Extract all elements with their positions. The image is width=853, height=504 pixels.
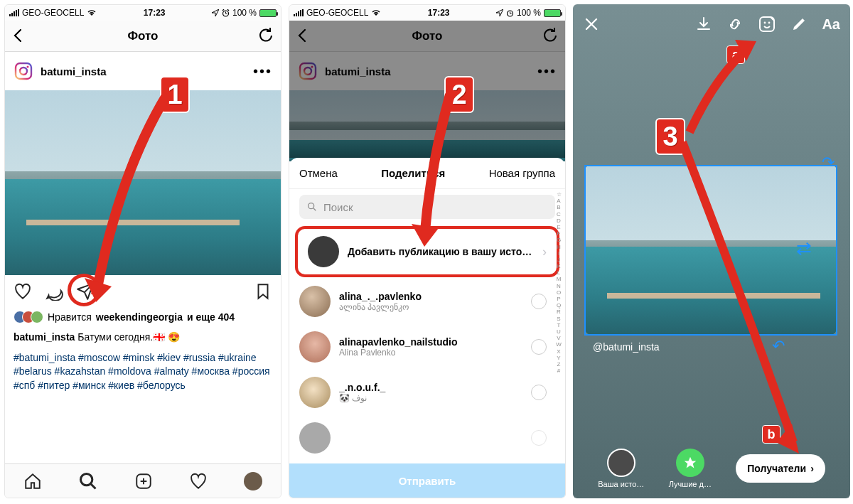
back-icon[interactable] xyxy=(11,28,26,43)
status-bar: GEO-GEOCELL 17:23 100 % xyxy=(5,5,281,21)
post-caption: batumi_insta Батуми сегодня.🇬🇪 😍 xyxy=(5,326,281,348)
add-to-story-label: Добавить публикацию в вашу исто… xyxy=(348,246,534,257)
contact-sub: 🐼 نوف xyxy=(339,393,522,403)
dim-overlay[interactable] xyxy=(289,21,565,158)
annotation-resize-arrow: ↷ xyxy=(822,154,835,172)
wifi-icon xyxy=(87,9,97,16)
page-title: Фото xyxy=(128,29,159,43)
like-icon[interactable] xyxy=(14,282,32,301)
cancel-button[interactable]: Отмена xyxy=(299,167,338,179)
new-group-button[interactable]: Новая группа xyxy=(489,167,555,179)
text-tool[interactable]: Aa xyxy=(822,16,840,33)
contact-row[interactable] xyxy=(289,415,565,461)
screen-1-post: GEO-GEOCELL 17:23 100 % Фото xyxy=(4,4,281,498)
svg-point-7 xyxy=(20,68,27,75)
tab-home-icon[interactable] xyxy=(23,472,42,490)
search-row: Поиск xyxy=(289,189,565,225)
battery-icon xyxy=(259,9,277,17)
alarm-icon xyxy=(506,9,514,17)
close-icon[interactable] xyxy=(583,16,600,33)
your-story-label: Ваша исто… xyxy=(598,480,644,488)
annotation-1: 1 xyxy=(160,76,190,113)
caption-username[interactable]: batumi_insta xyxy=(14,331,75,343)
post-hashtags[interactable]: #batumi_insta #moscow #minsk #kiev #russ… xyxy=(5,348,281,399)
post-image[interactable] xyxy=(5,90,281,275)
annotation-b: b xyxy=(762,425,780,444)
svg-rect-4 xyxy=(18,9,19,16)
close-friends-button[interactable]: Лучшие д… xyxy=(669,449,712,488)
story-toolbar: Aa xyxy=(573,11,850,37)
comment-icon[interactable] xyxy=(45,282,63,301)
draw-icon[interactable] xyxy=(790,16,808,33)
download-icon[interactable] xyxy=(695,16,712,33)
nav-header: Фото xyxy=(5,21,281,52)
reload-icon[interactable] xyxy=(257,26,275,45)
avatar xyxy=(299,331,331,363)
carrier-label: GEO-GEOCELL xyxy=(22,8,84,18)
post-actions xyxy=(5,275,281,308)
contact-name: alinapavlenko_nailstudio xyxy=(339,336,522,348)
tab-activity-icon[interactable] xyxy=(189,472,208,490)
tab-add-icon[interactable] xyxy=(134,472,153,490)
likes-row[interactable]: Нравится weekendingeorgia и еще 404 xyxy=(5,308,281,326)
search-placeholder: Поиск xyxy=(323,201,353,213)
more-icon[interactable]: ••• xyxy=(253,63,272,80)
story-bottom-bar: Ваша исто… Лучшие д… Получатели › xyxy=(573,449,850,488)
svg-rect-1 xyxy=(11,13,13,16)
bookmark-icon[interactable] xyxy=(254,282,272,301)
sticker-icon[interactable] xyxy=(758,15,776,33)
send-button[interactable]: Отправить xyxy=(289,463,565,498)
annotation-3: 3 xyxy=(655,118,685,155)
annotation-resize-arrow: ⇄ xyxy=(796,237,812,259)
link-icon[interactable] xyxy=(726,16,744,33)
wifi-icon xyxy=(371,9,381,16)
svg-rect-16 xyxy=(296,13,297,16)
svg-point-10 xyxy=(80,473,92,485)
sheet-title: Поделиться xyxy=(381,167,445,179)
your-story-button[interactable]: Ваша исто… xyxy=(598,449,644,488)
select-radio[interactable] xyxy=(531,294,547,309)
contact-sub: Alina Pavlenko xyxy=(339,348,522,358)
chevron-right-icon: › xyxy=(810,463,814,474)
caption-text: Батуми сегодня.🇬🇪 😍 xyxy=(77,331,180,343)
annotation-resize-arrow: ↶ xyxy=(772,337,785,355)
your-story-avatar xyxy=(607,449,635,477)
search-input[interactable]: Поиск xyxy=(299,195,555,219)
svg-rect-17 xyxy=(298,11,299,16)
svg-point-28 xyxy=(768,22,771,24)
svg-rect-6 xyxy=(16,63,31,79)
alpha-index[interactable]: ☆ABCDEFGHIJKLMNOPQRSTUVWXYZ# xyxy=(554,191,564,374)
tab-search-icon[interactable] xyxy=(78,471,98,491)
story-mention[interactable]: @batumi_insta xyxy=(593,341,660,353)
contact-row[interactable]: _.n.o.u.f._ 🐼 نوف xyxy=(289,370,565,415)
battery-label: 100 % xyxy=(517,8,541,18)
svg-rect-3 xyxy=(16,10,17,16)
svg-rect-0 xyxy=(9,14,11,16)
screen-2-share-sheet: GEO-GEOCELL 17:23 100 % Фото batumi_inst… xyxy=(289,4,566,498)
sheet-header: Отмена Поделиться Новая группа xyxy=(289,158,565,189)
select-radio[interactable] xyxy=(531,430,547,446)
signal-icon xyxy=(294,9,304,16)
contact-name: _.n.o.u.f._ xyxy=(339,382,522,393)
post-author-row[interactable]: batumi_insta ••• xyxy=(5,52,281,90)
tab-bar xyxy=(5,463,281,498)
svg-rect-19 xyxy=(302,9,304,16)
add-to-story-row[interactable]: Добавить публикацию в вашу исто… › xyxy=(298,229,557,274)
carrier-label: GEO-GEOCELL xyxy=(306,8,368,18)
contact-row[interactable]: alina_._.pavlenko ალინა პავლენკო xyxy=(289,279,565,324)
select-radio[interactable] xyxy=(531,339,547,355)
recipients-button[interactable]: Получатели › xyxy=(736,454,825,483)
svg-point-8 xyxy=(27,66,29,68)
svg-rect-15 xyxy=(294,14,295,16)
clock-label: 17:23 xyxy=(144,8,166,18)
location-icon xyxy=(212,9,219,16)
select-radio[interactable] xyxy=(531,385,547,400)
contact-row[interactable]: alinapavlenko_nailstudio Alina Pavlenko xyxy=(289,324,565,370)
avatar xyxy=(299,286,331,317)
status-bar: GEO-GEOCELL 17:23 100 % xyxy=(289,5,565,21)
author-username[interactable]: batumi_insta xyxy=(41,65,246,77)
close-friends-label: Лучшие д… xyxy=(669,480,712,488)
search-icon xyxy=(306,201,318,213)
tab-profile-icon[interactable] xyxy=(244,472,262,490)
likes-featured-user[interactable]: weekendingeorgia xyxy=(96,311,183,323)
